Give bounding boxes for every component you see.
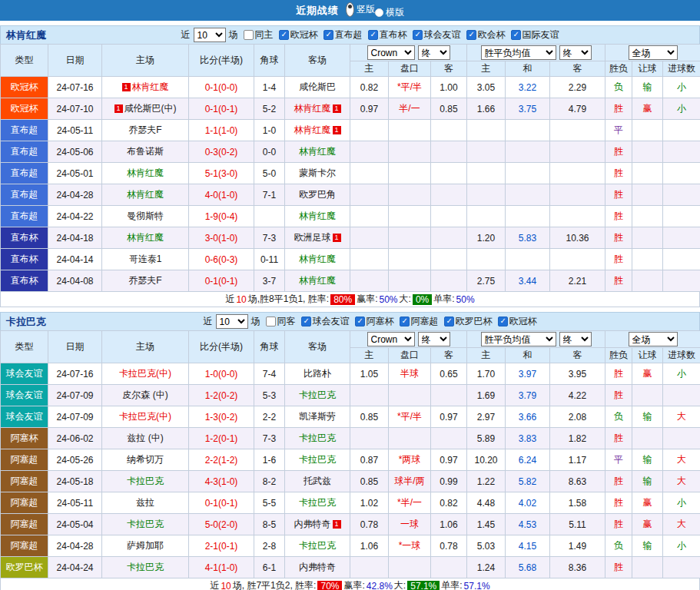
away-team-name[interactable]: 林肯红魔 <box>294 124 331 135</box>
home-team-name[interactable]: 林肯红魔 <box>132 81 169 92</box>
away-team-name[interactable]: 林肯红魔 <box>299 146 336 157</box>
league-filter-checkbox[interactable] <box>368 30 378 40</box>
away-team-name[interactable]: 蒙斯卡尔 <box>299 167 336 178</box>
home-team-name[interactable]: 萨姆加耶 <box>127 540 164 551</box>
league-filter-checkbox[interactable] <box>466 30 476 40</box>
home-team-name[interactable]: 卡拉巴克(中) <box>119 411 171 422</box>
home-team-name[interactable]: 咸伦斯巴(中) <box>124 103 177 114</box>
home-team-name[interactable]: 纳希切万 <box>127 454 164 465</box>
competition-badge: 直布超 <box>1 141 48 163</box>
away-odds: 0.78 <box>431 535 467 557</box>
away-team-cell: 卡拉巴克 <box>285 492 350 514</box>
home-team-name[interactable]: 卡拉巴克(中) <box>119 368 171 379</box>
team-name[interactable]: 林肯红魔 <box>6 28 46 42</box>
league-filter[interactable]: 球会友谊 <box>413 28 461 41</box>
league-filter[interactable]: 球会友谊 <box>301 315 350 328</box>
odds-stage-select[interactable]: 终 <box>418 332 450 346</box>
odds-stage-select[interactable]: 终 <box>418 45 450 60</box>
odds-company-select[interactable]: Crown <box>367 332 415 346</box>
away-team-name[interactable]: 比路朴 <box>304 368 331 379</box>
scope-select[interactable]: 全场 <box>629 45 678 60</box>
away-team-name[interactable]: 林肯红魔 <box>299 275 336 286</box>
league-filter-checkbox[interactable] <box>400 317 410 326</box>
match-date: 24-04-28 <box>48 535 102 557</box>
league-filter[interactable]: 欧冠杯 <box>498 315 537 328</box>
column-header: 比分(半场) <box>189 331 254 363</box>
team-name[interactable]: 卡拉巴克 <box>6 315 46 329</box>
avg-stage-select[interactable]: 终 <box>559 332 592 346</box>
away-team-name[interactable]: 内弗特奇 <box>299 562 336 572</box>
away-team-name[interactable]: 欧洲足球 <box>294 232 331 243</box>
away-team-name[interactable]: 林肯红魔 <box>299 254 336 264</box>
topbar: 近期战绩 竖版横版 <box>0 0 700 21</box>
league-filter-checkbox[interactable] <box>444 317 454 326</box>
result-goals: 小 <box>663 98 700 120</box>
league-filter[interactable]: 阿塞杯 <box>355 315 394 328</box>
away-team-name[interactable]: 卡拉巴克 <box>299 389 336 400</box>
layout-option-1[interactable]: 竖版 <box>346 2 375 17</box>
home-team-name[interactable]: 卡拉巴克 <box>127 562 164 572</box>
recent-count-select[interactable]: 10 <box>216 314 248 329</box>
home-team-name[interactable]: 皮尔森 (中) <box>122 389 168 400</box>
league-filter-checkbox[interactable] <box>301 317 311 326</box>
league-filter[interactable]: 欧会杯 <box>466 28 506 41</box>
layout-option-2[interactable]: 横版 <box>375 6 404 19</box>
result-wdl: 胜 <box>605 492 632 514</box>
league-filter-checkbox[interactable] <box>279 30 289 40</box>
league-filter-checkbox[interactable] <box>511 30 521 40</box>
recent-count-select[interactable]: 10 <box>194 28 226 42</box>
away-team-name[interactable]: 林肯红魔 <box>299 210 336 221</box>
home-team-name[interactable]: 曼彻斯特 <box>127 210 164 221</box>
same-venue-checkbox[interactable] <box>266 317 276 326</box>
avg-stage-select[interactable]: 终 <box>559 45 592 60</box>
away-team-name[interactable]: 卡拉巴克 <box>299 540 336 551</box>
same-venue-checkbox[interactable] <box>244 30 254 40</box>
result-handicap: 输 <box>632 471 663 492</box>
away-team-name[interactable]: 欧罗巴角 <box>299 189 336 200</box>
league-filter[interactable]: 欧罗巴杯 <box>444 315 493 328</box>
away-team-name[interactable]: 托武兹 <box>304 476 331 486</box>
league-filter[interactable]: 国际友谊 <box>511 28 559 41</box>
home-team-name[interactable]: 林肯红魔 <box>127 167 164 178</box>
games-label: 场 <box>229 28 238 41</box>
home-team-cell: 1咸伦斯巴(中) <box>102 98 189 120</box>
away-team-name[interactable]: 卡拉巴克 <box>299 454 336 465</box>
result-goals <box>663 249 700 270</box>
league-filter-checkbox[interactable] <box>413 30 423 40</box>
home-team-name[interactable]: 林肯红魔 <box>127 232 164 243</box>
home-team-name[interactable]: 乔瑟夫F <box>128 275 161 286</box>
result-wdl: 负 <box>605 77 632 98</box>
away-team-name[interactable]: 内弗特奇 <box>294 519 331 529</box>
home-team-name[interactable]: 卡拉巴克 <box>127 476 164 486</box>
avg-type-select[interactable]: 胜平负均值 <box>481 45 556 60</box>
home-team-name[interactable]: 卡拉巴克 <box>127 519 164 529</box>
away-team-cell: 林肯红魔 <box>285 141 350 163</box>
league-filter-checkbox[interactable] <box>355 317 365 326</box>
home-team-name[interactable]: 兹拉 <box>136 497 154 508</box>
away-team-name[interactable]: 咸伦斯巴 <box>299 81 336 92</box>
home-team-name[interactable]: 布鲁诺斯 <box>127 146 164 157</box>
avg-type-select[interactable]: 胜平负均值 <box>481 332 556 346</box>
home-team-name[interactable]: 哥连泰1 <box>129 254 162 264</box>
same-venue-filter[interactable]: 同客 <box>266 315 296 328</box>
league-filter-checkbox[interactable] <box>323 30 333 40</box>
away-team-name[interactable]: 卡拉巴克 <box>299 433 336 443</box>
away-team-cell: 林肯红魔 <box>285 249 350 270</box>
home-team-name[interactable]: 兹拉 (中) <box>127 433 163 443</box>
league-filter[interactable]: 直布超 <box>323 28 363 41</box>
odds-company-select[interactable]: Crown <box>367 45 415 60</box>
same-venue-filter[interactable]: 同主 <box>244 28 274 41</box>
away-team-name[interactable]: 凯泽斯劳 <box>299 411 336 422</box>
league-filter-checkbox[interactable] <box>498 317 508 326</box>
home-team-name[interactable]: 乔瑟夫F <box>128 124 161 135</box>
league-filter[interactable]: 直布杯 <box>368 28 407 41</box>
home-team-name[interactable]: 林肯红魔 <box>127 189 164 200</box>
match-date: 24-05-06 <box>48 141 102 163</box>
team-header-bar: 林肯红魔近10场同主欧冠杯直布超直布杯球会友谊欧会杯国际友谊 <box>0 25 700 44</box>
scope-select[interactable]: 全场 <box>629 332 678 346</box>
away-team-name[interactable]: 林肯红魔 <box>294 103 331 114</box>
league-filter[interactable]: 阿塞超 <box>400 315 439 328</box>
away-odds: 0.97 <box>431 449 467 471</box>
league-filter[interactable]: 欧冠杯 <box>279 28 318 41</box>
away-team-name[interactable]: 卡拉巴克 <box>299 497 336 508</box>
